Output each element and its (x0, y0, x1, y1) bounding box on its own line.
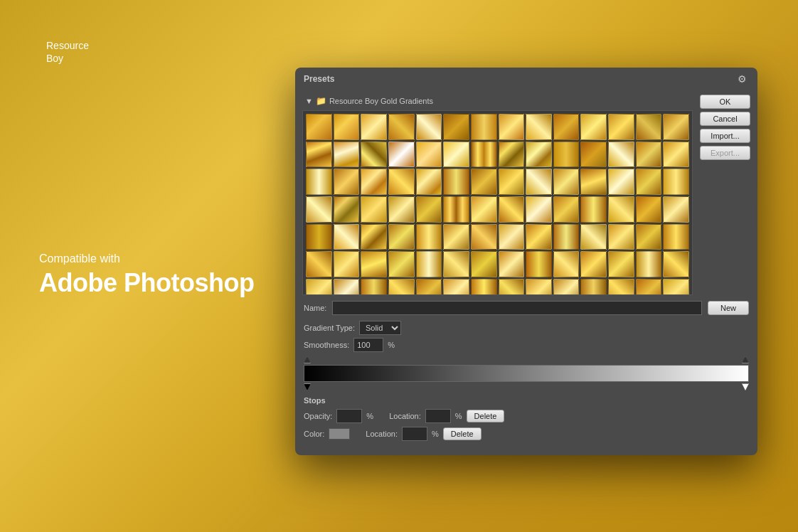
gradient-cell-68[interactable] (636, 224, 662, 250)
ok-button[interactable]: OK (700, 95, 750, 109)
gradient-cell-52[interactable] (580, 196, 607, 223)
gradient-cell-37[interactable] (553, 169, 580, 195)
gradient-cell-3[interactable] (388, 114, 415, 140)
gradient-cell-95[interactable] (608, 279, 634, 295)
gradient-cell-81[interactable] (608, 251, 634, 277)
gradient-cell-35[interactable] (499, 169, 525, 195)
gradient-cell-22[interactable] (526, 142, 552, 168)
gradient-cell-11[interactable] (608, 114, 634, 140)
gradient-cell-5[interactable] (443, 114, 469, 140)
gradient-cell-67[interactable] (608, 224, 634, 250)
gradient-cell-32[interactable] (416, 169, 442, 195)
gradient-cell-56[interactable] (306, 224, 332, 250)
gradient-cell-51[interactable] (553, 196, 580, 223)
gradient-cell-6[interactable] (471, 114, 497, 140)
gradient-cell-1[interactable] (334, 114, 360, 140)
gradient-cell-24[interactable] (580, 142, 607, 168)
gradient-cell-93[interactable] (553, 279, 580, 295)
gradient-cell-61[interactable] (443, 224, 469, 250)
gradient-cell-88[interactable] (416, 279, 442, 295)
gradient-cell-2[interactable] (361, 114, 387, 140)
gradient-cell-13[interactable] (663, 114, 689, 140)
opacity-stop-right[interactable] (742, 356, 749, 363)
gradient-cell-4[interactable] (416, 114, 442, 140)
gradient-cell-42[interactable] (306, 196, 332, 223)
gradient-cell-55[interactable] (663, 196, 689, 223)
gradient-cell-65[interactable] (553, 224, 580, 250)
gradient-cell-59[interactable] (388, 224, 415, 250)
smoothness-input[interactable] (353, 338, 383, 352)
gradient-cell-64[interactable] (526, 224, 552, 250)
gradient-cell-9[interactable] (553, 114, 580, 140)
gradient-cell-71[interactable] (334, 251, 360, 277)
gradient-type-select[interactable]: Solid Noise (359, 321, 401, 335)
gradient-cell-21[interactable] (499, 142, 525, 168)
gradient-cell-80[interactable] (580, 251, 607, 277)
gradient-cell-84[interactable] (306, 279, 332, 295)
gradient-cell-73[interactable] (388, 251, 415, 277)
import-button[interactable]: Import... (700, 129, 750, 143)
opacity-stop-left[interactable] (304, 356, 311, 363)
color-preview-swatch[interactable] (329, 428, 350, 440)
gradient-cell-44[interactable] (361, 196, 387, 223)
gradient-cell-66[interactable] (580, 224, 607, 250)
gradient-cell-47[interactable] (443, 196, 469, 223)
gradient-cell-49[interactable] (499, 196, 525, 223)
gradient-cell-94[interactable] (580, 279, 607, 295)
gradient-cell-97[interactable] (663, 279, 689, 295)
gradient-cell-31[interactable] (388, 169, 415, 195)
gradient-cell-96[interactable] (636, 279, 662, 295)
gradient-cell-34[interactable] (471, 169, 497, 195)
gradient-cell-54[interactable] (636, 196, 662, 223)
gradient-cell-30[interactable] (361, 169, 387, 195)
gradient-cell-76[interactable] (471, 251, 497, 277)
gradient-cell-72[interactable] (361, 251, 387, 277)
gradient-cell-90[interactable] (471, 279, 497, 295)
cancel-button[interactable]: Cancel (700, 112, 750, 126)
color-location-input[interactable] (402, 427, 427, 441)
gradient-cell-87[interactable] (388, 279, 415, 295)
gradient-cell-50[interactable] (526, 196, 552, 223)
gradient-cell-10[interactable] (580, 114, 607, 140)
gradient-cell-26[interactable] (636, 142, 662, 168)
gradient-cell-8[interactable] (526, 114, 552, 140)
gradient-cell-91[interactable] (499, 279, 525, 295)
gradient-cell-85[interactable] (334, 279, 360, 295)
gradient-cell-39[interactable] (608, 169, 634, 195)
gradient-cell-7[interactable] (499, 114, 525, 140)
gradient-cell-40[interactable] (636, 169, 662, 195)
gradient-cell-19[interactable] (443, 142, 469, 168)
opacity-value-input[interactable] (336, 409, 362, 423)
color-stop-left[interactable] (304, 383, 311, 390)
color-delete-button[interactable]: Delete (443, 427, 482, 440)
gradient-cell-16[interactable] (361, 142, 387, 168)
gradient-cell-36[interactable] (526, 169, 552, 195)
gradient-cell-27[interactable] (663, 142, 689, 168)
gradient-cell-75[interactable] (443, 251, 469, 277)
gradient-cell-63[interactable] (499, 224, 525, 250)
gradient-cell-23[interactable] (553, 142, 580, 168)
gear-icon[interactable]: ⚙ (738, 73, 749, 85)
gradient-cell-14[interactable] (306, 142, 332, 168)
gradient-cell-86[interactable] (361, 279, 387, 295)
gradient-cell-20[interactable] (471, 142, 497, 168)
gradient-cell-58[interactable] (361, 224, 387, 250)
gradient-cell-12[interactable] (636, 114, 662, 140)
gradient-cell-43[interactable] (334, 196, 360, 223)
gradient-cell-15[interactable] (334, 142, 360, 168)
gradient-cell-83[interactable] (663, 251, 689, 277)
opacity-location-input[interactable] (425, 409, 451, 423)
gradient-cell-53[interactable] (608, 196, 634, 223)
gradient-preview-bar[interactable] (304, 365, 749, 382)
gradient-cell-82[interactable] (636, 251, 662, 277)
new-button[interactable]: New (708, 301, 749, 315)
gradient-cell-45[interactable] (388, 196, 415, 223)
name-input[interactable] (332, 301, 702, 315)
gradient-cell-92[interactable] (526, 279, 552, 295)
gradient-cell-57[interactable] (334, 224, 360, 250)
gradient-cell-74[interactable] (416, 251, 442, 277)
gradient-cell-89[interactable] (443, 279, 469, 295)
gradient-cell-28[interactable] (306, 169, 332, 195)
gradient-cell-60[interactable] (416, 224, 442, 250)
gradient-cell-79[interactable] (553, 251, 580, 277)
